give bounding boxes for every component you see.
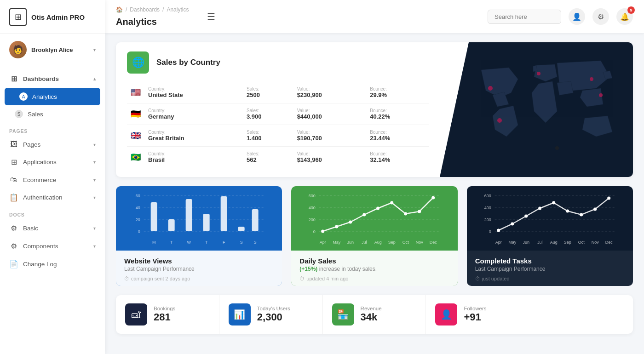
svg-text:0: 0 <box>138 229 140 234</box>
footer-text: updated 4 min ago <box>306 276 348 281</box>
hamburger-icon[interactable]: ☰ <box>207 11 215 22</box>
chart-title: Daily Sales <box>299 257 449 265</box>
svg-text:Oct: Oct <box>402 240 409 245</box>
svg-text:Jun: Jun <box>523 240 529 245</box>
footer-text: just updated <box>482 276 510 281</box>
svg-point-66 <box>552 201 555 205</box>
chart-title: Completed Tasks <box>475 257 625 265</box>
docs-section-label: DOCS <box>0 206 105 219</box>
daily-sales-card: 600 400 200 0 <box>291 186 457 286</box>
user-name: Brooklyn Alice <box>31 46 89 53</box>
sidebar-item-pages[interactable]: 🖼 Pages ▾ <box>0 136 105 153</box>
svg-text:60: 60 <box>136 194 140 198</box>
svg-point-42 <box>404 212 407 216</box>
content-area: 🌐 Sales by Country 🇺🇸 Country: United St… <box>105 33 644 354</box>
sidebar-item-basic[interactable]: ⚙ Basic ▾ <box>0 219 105 237</box>
website-views-chart: 60 40 20 0 M T <box>116 186 282 251</box>
changelog-icon: 📄 <box>9 260 18 268</box>
table-row: 🇩🇪 Country: Germany Sales: 3.900 Value: … <box>127 103 429 125</box>
bookings-icon: 🛋 <box>125 303 147 325</box>
analytics-label: Analytics <box>32 93 91 100</box>
sidebar-item-ecommerce[interactable]: 🛍 Ecommerce ▾ <box>0 171 105 188</box>
search-input[interactable] <box>488 10 561 24</box>
svg-point-63 <box>511 223 514 226</box>
clock-icon: ⏱ <box>475 276 480 281</box>
users-icon: 📊 <box>229 303 251 325</box>
svg-text:Nov: Nov <box>416 240 424 245</box>
svg-text:400: 400 <box>484 206 491 210</box>
chart-footer: ⏱ updated 4 min ago <box>299 276 449 281</box>
followers-icon: 👤 <box>435 303 457 325</box>
svg-text:Aug: Aug <box>550 240 557 245</box>
flag-icon: 🇧🇷 <box>127 147 144 168</box>
svg-text:May: May <box>333 240 341 245</box>
sales-by-country-card: 🌐 Sales by Country 🇺🇸 Country: United St… <box>116 42 633 177</box>
chevron-down-icon: ▾ <box>93 177 96 183</box>
svg-point-64 <box>524 215 528 218</box>
svg-text:Dec: Dec <box>605 240 613 245</box>
chevron-down-icon: ▾ <box>93 244 96 249</box>
basic-label: Basic <box>23 225 89 232</box>
svg-point-2 <box>537 72 540 75</box>
settings-icon[interactable]: ⚙ <box>592 8 609 25</box>
chevron-down-icon: ▾ <box>93 160 96 165</box>
breadcrumb-home-icon: 🏠 <box>116 6 123 13</box>
svg-point-43 <box>418 210 421 213</box>
sidebar-item-analytics[interactable]: A Analytics <box>5 88 100 105</box>
svg-text:T: T <box>205 240 208 245</box>
svg-text:M: M <box>152 240 156 245</box>
svg-rect-20 <box>252 209 259 231</box>
svg-text:S: S <box>254 240 257 245</box>
svg-text:0: 0 <box>313 229 316 234</box>
sidebar-item-authentication[interactable]: 📋 Authentication ▾ <box>0 188 105 206</box>
users-value: 2,300 <box>257 311 290 323</box>
svg-text:Apr: Apr <box>495 240 501 245</box>
svg-rect-19 <box>238 227 245 231</box>
sidebar-item-dashboards[interactable]: ⊞ Dashboards ▴ <box>0 70 105 88</box>
chart-footer: ⏱ just updated <box>475 276 625 281</box>
svg-text:W: W <box>187 240 191 245</box>
svg-point-70 <box>607 197 610 200</box>
svg-text:Dec: Dec <box>430 240 437 245</box>
line-chart-svg-green: 600 400 200 0 <box>299 191 450 251</box>
svg-text:May: May <box>508 240 517 245</box>
stat-bookings: 🛋 Bookings 281 <box>116 295 219 334</box>
app-title: Otis Admin PRO <box>31 13 85 21</box>
chevron-down-icon: ▾ <box>93 142 96 147</box>
breadcrumb-sep1: / <box>126 6 127 13</box>
user-icon[interactable]: 👤 <box>569 8 585 25</box>
breadcrumb-current: Analytics <box>167 6 189 13</box>
svg-text:Aug: Aug <box>374 240 382 245</box>
svg-point-3 <box>555 146 559 150</box>
sidebar-item-applications[interactable]: ⊞ Applications ▾ <box>0 153 105 171</box>
svg-text:Apr: Apr <box>320 240 326 245</box>
followers-text: Followers +91 <box>464 306 486 323</box>
sidebar-item-components[interactable]: ⚙ Components ▾ <box>0 237 105 255</box>
notifications-icon[interactable]: 🔔 9 <box>616 8 633 25</box>
daily-sales-chart: 600 400 200 0 <box>291 186 457 251</box>
chevron-down-icon: ▾ <box>93 47 96 52</box>
sidebar-item-sales[interactable]: S Sales <box>0 105 105 123</box>
svg-point-67 <box>566 210 569 213</box>
completed-tasks-chart: 600 400 200 0 Apr <box>467 186 633 251</box>
svg-text:Nov: Nov <box>591 240 599 245</box>
svg-text:Jun: Jun <box>347 240 354 245</box>
svg-text:600: 600 <box>484 194 491 198</box>
svg-text:Jul: Jul <box>537 240 543 245</box>
avatar: 🧑 <box>9 41 27 58</box>
svg-text:Sep: Sep <box>388 240 396 245</box>
authentication-icon: 📋 <box>9 193 18 202</box>
main-area: 🏠 / Dashboards / Analytics Analytics ☰ 👤… <box>105 0 644 354</box>
breadcrumb: 🏠 / Dashboards / Analytics Analytics <box>116 6 189 27</box>
bar-chart-svg: 60 40 20 0 M T <box>123 191 275 251</box>
sidebar: ⊞ Otis Admin PRO 🧑 Brooklyn Alice ▾ ⊞ Da… <box>0 0 105 354</box>
chart-subtitle: (+15%) increase in today sales. <box>299 266 449 272</box>
svg-point-62 <box>497 229 500 232</box>
svg-rect-16 <box>186 199 192 231</box>
components-icon: ⚙ <box>9 242 18 251</box>
user-profile[interactable]: 🧑 Brooklyn Alice ▾ <box>0 34 105 65</box>
svg-text:Oct: Oct <box>578 240 585 245</box>
sidebar-item-changelog[interactable]: 📄 Change Log <box>0 255 105 273</box>
svg-text:Sep: Sep <box>564 240 571 245</box>
basic-icon: ⚙ <box>9 224 18 233</box>
